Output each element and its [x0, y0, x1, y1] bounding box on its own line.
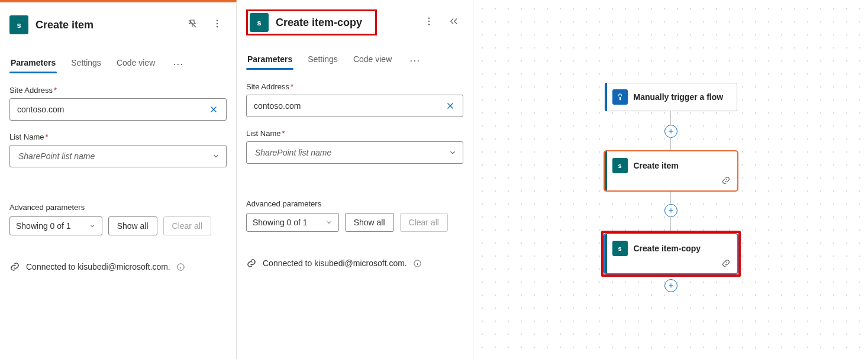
- svg-point-4: [428, 18, 430, 19]
- node-title: Manually trigger a flow: [634, 92, 724, 102]
- tab-code-view[interactable]: Code view: [352, 51, 393, 70]
- advanced-showing-text: Showing 0 of 1: [253, 218, 308, 227]
- node-title: Create item: [634, 160, 679, 171]
- label-text: Site Address: [9, 86, 53, 95]
- clear-all-button: Clear all: [163, 216, 211, 235]
- clear-icon[interactable]: [206, 102, 221, 117]
- edge: [670, 190, 671, 205]
- more-icon[interactable]: [421, 13, 437, 30]
- unpin-icon[interactable]: [184, 15, 201, 32]
- field-list-name: List Name* SharePoint list name: [9, 132, 227, 167]
- list-name-placeholder: SharePoint list name: [255, 148, 331, 157]
- advanced-title: Advanced parameters: [9, 203, 227, 212]
- info-icon[interactable]: [413, 259, 422, 268]
- node-trigger[interactable]: Manually trigger a flow: [605, 83, 737, 111]
- field-list-name: List Name* SharePoint list name: [246, 129, 463, 164]
- node-accent: [605, 234, 607, 273]
- tabs: Parameters Settings Code view ···: [246, 51, 463, 70]
- clear-all-button: Clear all: [400, 213, 448, 232]
- svg-point-1: [217, 23, 218, 24]
- panel-header-actions: [421, 13, 462, 30]
- node-create-item[interactable]: s Create item: [605, 151, 737, 190]
- chevron-down-icon: [212, 152, 220, 160]
- list-name-placeholder: SharePoint list name: [18, 151, 95, 161]
- edge: [670, 216, 671, 231]
- sharepoint-icon: s: [612, 241, 628, 256]
- tab-parameters[interactable]: Parameters: [9, 54, 57, 73]
- field-site-address: Site Address*: [246, 82, 463, 117]
- sharepoint-icon: s: [612, 158, 628, 173]
- advanced-showing-select[interactable]: Showing 0 of 1: [246, 213, 339, 232]
- panel-title: Create item: [36, 19, 93, 31]
- required-star: *: [291, 82, 293, 91]
- tab-parameters[interactable]: Parameters: [246, 51, 293, 70]
- flow-column: Manually trigger a flow ＋ s Create item …: [604, 83, 738, 292]
- connection-text: Connected to kisubedi@microsoft.com.: [26, 262, 170, 271]
- advanced-parameters: Advanced parameters Showing 0 of 1 Show …: [9, 203, 227, 235]
- show-all-button[interactable]: Show all: [108, 216, 157, 235]
- tab-settings[interactable]: Settings: [70, 54, 102, 73]
- list-name-select[interactable]: SharePoint list name: [246, 141, 463, 164]
- sharepoint-icon: s: [250, 13, 269, 32]
- clear-icon[interactable]: [443, 98, 458, 114]
- label-text: List Name: [9, 132, 44, 141]
- list-name-label: List Name*: [246, 129, 463, 138]
- label-text: List Name: [246, 129, 281, 138]
- designer-canvas[interactable]: Manually trigger a flow ＋ s Create item …: [473, 0, 868, 359]
- site-address-input[interactable]: [254, 101, 443, 111]
- info-icon[interactable]: [176, 263, 185, 271]
- tab-code-view[interactable]: Code view: [115, 54, 156, 73]
- link-icon: [721, 258, 731, 268]
- panel-header: s Create item-copy: [246, 9, 377, 35]
- site-address-label: Site Address*: [9, 86, 227, 95]
- sharepoint-icon: s: [9, 15, 28, 34]
- link-icon: [9, 261, 20, 272]
- connection-row: Connected to kisubedi@microsoft.com.: [246, 258, 463, 269]
- link-icon: [721, 176, 731, 185]
- required-star: *: [54, 86, 57, 95]
- required-star: *: [282, 129, 285, 138]
- advanced-parameters: Advanced parameters Showing 0 of 1 Show …: [246, 199, 463, 232]
- site-address-input-wrap[interactable]: [246, 95, 463, 117]
- more-icon[interactable]: [209, 15, 225, 32]
- svg-point-6: [428, 24, 430, 25]
- connection-row: Connected to kisubedi@microsoft.com.: [9, 261, 227, 272]
- panel-title: Create item-copy: [276, 17, 362, 29]
- edge: [670, 111, 671, 125]
- connection-text: Connected to kisubedi@microsoft.com.: [263, 258, 407, 268]
- chevron-down-icon: [448, 148, 457, 157]
- trigger-icon: [612, 89, 628, 105]
- tab-settings[interactable]: Settings: [306, 51, 339, 70]
- add-step-button[interactable]: ＋: [664, 204, 677, 217]
- tabs-overflow-icon[interactable]: ···: [169, 56, 187, 73]
- advanced-showing-text: Showing 0 of 1: [16, 221, 71, 231]
- node-create-item-copy[interactable]: s Create item-copy: [605, 234, 737, 273]
- required-star: *: [46, 132, 49, 141]
- svg-point-2: [217, 26, 218, 27]
- site-address-input-wrap[interactable]: [9, 98, 227, 121]
- site-address-label: Site Address*: [246, 82, 463, 91]
- field-site-address: Site Address*: [9, 86, 227, 121]
- list-name-select[interactable]: SharePoint list name: [9, 145, 227, 167]
- tabs-overflow-icon[interactable]: ···: [406, 52, 424, 69]
- highlight-frame: s Create item-copy: [601, 231, 741, 277]
- link-icon: [246, 258, 257, 269]
- add-step-button[interactable]: ＋: [664, 279, 677, 292]
- node-accent: [605, 151, 607, 190]
- show-all-button[interactable]: Show all: [345, 213, 394, 232]
- node-title: Create item-copy: [634, 243, 701, 254]
- add-step-button[interactable]: ＋: [664, 125, 677, 138]
- action-panel-create-item-copy: s Create item-copy Parameters Settings C…: [237, 0, 473, 359]
- list-name-label: List Name*: [9, 132, 227, 141]
- panel-header-actions: [184, 15, 225, 32]
- node-accent: [605, 83, 607, 111]
- action-panel-create-item: s Create item Parameters Settings Code v…: [0, 0, 237, 359]
- tabs: Parameters Settings Code view ···: [9, 54, 227, 74]
- advanced-showing-select[interactable]: Showing 0 of 1: [9, 216, 102, 235]
- svg-point-5: [428, 21, 430, 22]
- edge: [670, 137, 671, 151]
- collapse-icon[interactable]: [446, 13, 462, 30]
- site-address-input[interactable]: [17, 105, 206, 114]
- svg-point-0: [217, 20, 218, 21]
- label-text: Site Address: [246, 82, 289, 91]
